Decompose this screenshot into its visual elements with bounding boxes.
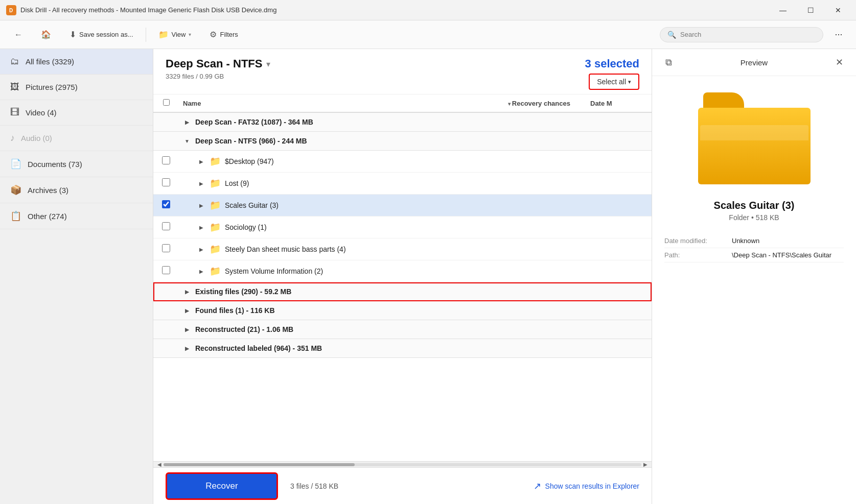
sidebar-item-video[interactable]: 🎞 Video (4) [0,100,153,126]
preview-header: ⧉ Preview ✕ [652,49,856,76]
sidebar-item-audio[interactable]: ♪ Audio (0) [0,126,153,151]
expand-icon[interactable]: ▶ [183,344,191,352]
sidebar-other-label: Other (274) [28,212,67,221]
row-label: Reconstructed (21) - 1.06 MB [195,325,293,333]
detail-value-path: \Deep Scan - NTFS\Scales Guitar [732,251,831,259]
row-checkbox[interactable] [162,222,170,230]
sidebar-video-label: Video (4) [26,108,57,117]
home-button[interactable]: 🏠 [35,27,57,42]
expand-icon[interactable]: ▶ [183,306,191,315]
sidebar-archives-label: Archives (3) [28,186,68,195]
select-all-chevron-icon: ▾ [628,79,631,85]
folder-shine [700,125,808,140]
copy-button[interactable]: ⧉ [660,54,677,70]
bottom-bar: Recover 3 files / 518 KB ↗ Show scan res… [153,467,652,504]
expand-icon[interactable]: ▶ [197,179,205,187]
more-button[interactable]: ··· [829,26,848,44]
row-name: ▶ Found files (1) - 116 KB [179,306,652,315]
view-button[interactable]: 📁 View ▾ [152,27,198,42]
preview-details: Date modified: Unknown Path: \Deep Scan … [664,234,844,262]
scan-title-chevron-icon[interactable]: ▾ [266,59,270,69]
search-input[interactable] [680,31,816,38]
close-preview-button[interactable]: ✕ [831,54,848,70]
expand-icon[interactable]: ▶ [197,201,205,209]
row-label: Steely Dan sheet music bass parts (4) [225,245,346,253]
expand-icon[interactable]: ▶ [197,267,205,275]
row-checkbox[interactable] [162,266,170,274]
search-box[interactable]: 🔍 [660,27,823,42]
preview-body: Scales Guitar (3) Folder • 518 KB Date m… [652,76,856,504]
table-row[interactable]: ▶ Reconstructed labeled (964) - 351 MB [153,339,652,358]
search-icon: 🔍 [667,31,676,39]
scan-title-text: Deep Scan - NTFS [166,57,262,70]
table-row[interactable]: ▶ 📁 Steely Dan sheet music bass parts (4… [153,238,652,260]
folder-icon: 📁 [210,266,221,277]
expand-icon[interactable]: ▶ [197,223,205,231]
expand-icon[interactable]: ▶ [183,118,191,126]
row-label: Deep Scan - NTFS (966) - 244 MB [195,137,307,145]
sidebar-audio-label: Audio (0) [21,134,52,142]
horizontal-scrollbar[interactable]: ◀ ▶ [153,461,652,467]
scroll-thumb[interactable] [164,463,355,466]
row-checkbox[interactable] [162,200,170,208]
scroll-track[interactable] [164,463,641,466]
export-icon: ↗ [534,481,541,492]
app-icon: D [6,5,16,15]
table-row[interactable]: ▶ Reconstructed (21) - 1.06 MB [153,320,652,339]
table-row[interactable]: ▶ 📁 Sociology (1) [153,217,652,238]
video-icon: 🎞 [10,107,19,118]
sidebar-item-documents[interactable]: 📄 Documents (73) [0,151,153,177]
detail-value-date: Unknown [732,237,759,245]
table-row[interactable]: ▶ 📁 $Desktop (947) [153,151,652,173]
sidebar-documents-label: Documents (73) [28,160,82,169]
sidebar-item-other[interactable]: 📋 Other (274) [0,203,153,229]
row-check-col [153,200,179,210]
sidebar: 🗂 All files (3329) 🖼 Pictures (2975) 🎞 V… [0,49,153,504]
detail-row: Date modified: Unknown [664,234,844,248]
sidebar-item-archives[interactable]: 📦 Archives (3) [0,177,153,203]
table-body: ▶ Deep Scan - FAT32 (1087) - 364 MB ▼ De… [153,113,652,461]
all-files-icon: 🗂 [10,56,19,67]
show-in-explorer-link[interactable]: ↗ Show scan results in Explorer [534,481,639,492]
row-check-col [153,178,179,188]
row-name: ▼ Deep Scan - NTFS (966) - 244 MB [179,137,652,145]
minimize-button[interactable]: — [771,3,795,18]
expand-icon[interactable]: ▶ [183,325,191,333]
folder-icon: 📁 [158,30,169,39]
row-name: ▶ 📁 Lost (9) [179,178,652,189]
table-row[interactable]: ▶ 📁 System Volume Information (2) [153,260,652,282]
table-row[interactable]: ▶ Deep Scan - FAT32 (1087) - 364 MB [153,113,652,132]
filters-button[interactable]: ⚙ Filters [203,27,244,42]
back-button[interactable]: ← [8,27,29,42]
expand-icon[interactable]: ▶ [197,245,205,253]
recover-button[interactable]: Recover [166,472,278,500]
close-button[interactable]: ✕ [826,3,850,18]
row-checkbox[interactable] [162,156,170,164]
expand-icon[interactable]: ▶ [197,157,205,165]
select-all-button[interactable]: Select all ▾ [589,74,639,90]
sidebar-item-all-files[interactable]: 🗂 All files (3329) [0,49,153,75]
archives-icon: 📦 [10,184,21,196]
table-row[interactable]: ▶ Existing files (290) - 59.2 MB [153,282,652,301]
table-row[interactable]: ▼ Deep Scan - NTFS (966) - 244 MB [153,132,652,151]
scroll-right-icon[interactable]: ▶ [641,462,650,467]
row-checkbox[interactable] [162,244,170,252]
scroll-left-icon[interactable]: ◀ [155,462,164,467]
table-row[interactable]: ▶ 📁 Lost (9) [153,173,652,195]
row-label: Sociology (1) [225,223,267,231]
detail-label-date: Date modified: [664,237,726,245]
row-checkbox[interactable] [162,178,170,186]
row-label: Lost (9) [225,179,249,187]
table-row[interactable]: ▶ 📁 Scales Guitar (3) [153,195,652,217]
svg-text:D: D [9,8,13,13]
header-checkbox[interactable] [163,99,170,106]
sidebar-item-pictures[interactable]: 🖼 Pictures (2975) [0,75,153,100]
maximize-button[interactable]: ☐ [799,3,822,18]
documents-icon: 📄 [10,158,21,170]
selected-count[interactable]: 3 selected [585,57,639,70]
table-row[interactable]: ▶ Found files (1) - 116 KB [153,301,652,320]
expand-icon[interactable]: ▶ [183,287,191,296]
expand-icon[interactable]: ▼ [183,137,191,145]
save-session-button[interactable]: ⬇ Save session as... [63,27,140,42]
filters-label: Filters [220,31,238,38]
